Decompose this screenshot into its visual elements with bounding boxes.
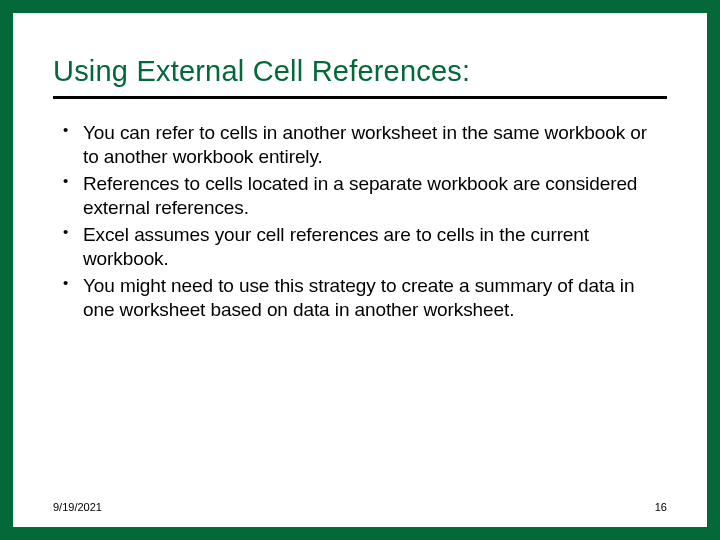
list-item: You can refer to cells in another worksh… xyxy=(59,121,667,168)
title-underline xyxy=(53,96,667,99)
list-item: Excel assumes your cell references are t… xyxy=(59,223,667,270)
footer-page-number: 16 xyxy=(655,501,667,513)
bullet-list: You can refer to cells in another worksh… xyxy=(53,121,667,321)
slide-footer: 9/19/2021 16 xyxy=(53,501,667,513)
slide-title: Using External Cell References: xyxy=(53,55,667,96)
footer-date: 9/19/2021 xyxy=(53,501,102,513)
list-item: You might need to use this strategy to c… xyxy=(59,274,667,321)
list-item: References to cells located in a separat… xyxy=(59,172,667,219)
slide: Using External Cell References: You can … xyxy=(13,13,707,527)
